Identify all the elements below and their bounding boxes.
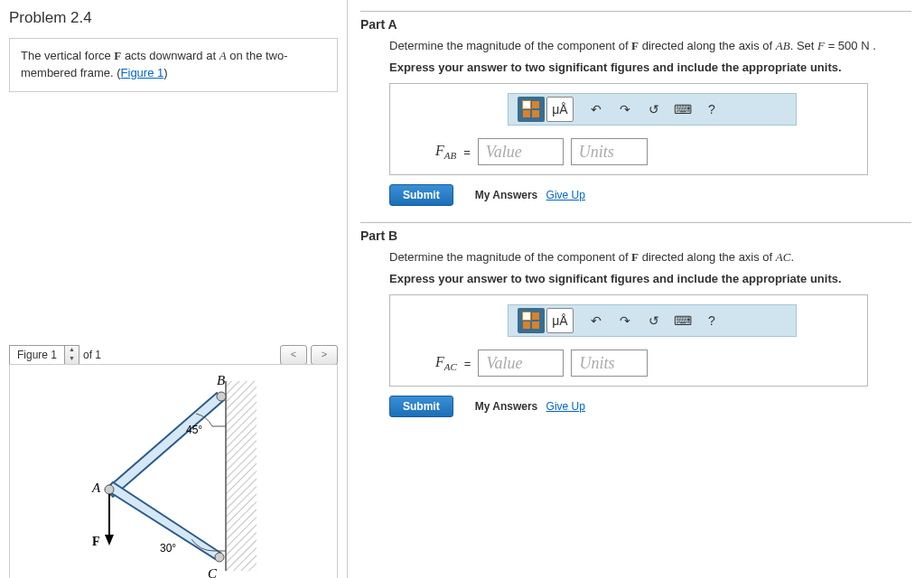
- reset-button[interactable]: ↺: [640, 308, 667, 333]
- f-symbol: F: [631, 39, 639, 52]
- figure-diagram: A B C F 45° 30°: [9, 364, 338, 578]
- spin-up-icon[interactable]: ▲: [65, 346, 79, 355]
- svg-marker-9: [105, 535, 114, 545]
- point-a-symbol: A: [219, 49, 227, 62]
- undo-button[interactable]: ↶: [583, 308, 610, 333]
- help-button[interactable]: ?: [698, 308, 725, 333]
- part-a-title: Part A: [360, 17, 911, 32]
- ab-symbol: AB: [776, 39, 790, 52]
- right-pane: Part A Determine the magnitude of the co…: [348, 0, 924, 578]
- figure-next-button[interactable]: >: [311, 345, 338, 365]
- text: = 500 N .: [825, 39, 876, 52]
- part-b-question: Determine the magnitude of the component…: [389, 250, 911, 265]
- part-a-variable: FAB: [435, 143, 456, 161]
- part-b-units-input[interactable]: Units: [571, 350, 648, 377]
- label-f: F: [92, 535, 100, 548]
- part-b-value-input[interactable]: Value: [478, 350, 564, 377]
- my-answers-text: My Answers: [475, 400, 538, 413]
- svg-point-6: [217, 392, 226, 401]
- figure-count: of 1: [83, 349, 101, 361]
- part-b-submit-row: Submit My Answers Give Up: [389, 396, 911, 417]
- part-a-answer-box: μÅ ↶ ↷ ↺ ⌨ ? FAB = Value Units: [389, 83, 868, 175]
- text: ): [163, 66, 167, 79]
- figure-spinner[interactable]: ▲ ▼: [64, 346, 79, 364]
- part-a-toolbar: μÅ ↶ ↷ ↺ ⌨ ?: [508, 93, 797, 126]
- label-c: C: [208, 566, 218, 578]
- figure-header: Figure 1 ▲ ▼ of 1 < >: [9, 345, 338, 365]
- f-symbol: F: [631, 250, 639, 264]
- help-button[interactable]: ?: [698, 97, 725, 122]
- units-format-button[interactable]: μÅ: [546, 97, 574, 122]
- divider: [360, 11, 911, 12]
- give-up-link[interactable]: Give Up: [546, 189, 585, 201]
- text: The vertical force: [21, 49, 114, 62]
- divider: [360, 222, 911, 223]
- part-b-title: Part B: [360, 228, 911, 243]
- units-format-button[interactable]: μÅ: [546, 308, 574, 333]
- svg-marker-3: [106, 393, 224, 497]
- text: .: [790, 250, 794, 264]
- part-a-units-input[interactable]: Units: [571, 138, 648, 165]
- svg-point-7: [215, 553, 224, 562]
- part-a-value-input[interactable]: Value: [478, 138, 564, 165]
- ac-symbol: AC: [776, 250, 791, 264]
- label-45: 45°: [186, 424, 202, 436]
- label-a: A: [91, 480, 101, 495]
- part-a-body: Determine the magnitude of the component…: [360, 39, 911, 206]
- part-b-variable: FAC: [435, 354, 457, 372]
- text: directed along the axis of: [639, 39, 776, 52]
- part-a-submit-row: Submit My Answers Give Up: [389, 184, 911, 206]
- text: Determine the magnitude of the component…: [389, 250, 631, 264]
- figure-selector[interactable]: Figure 1 ▲ ▼: [9, 345, 79, 365]
- label-b: B: [217, 373, 225, 387]
- give-up-link[interactable]: Give Up: [546, 400, 585, 413]
- template-button[interactable]: [518, 308, 545, 333]
- reset-button[interactable]: ↺: [640, 97, 667, 122]
- part-b-toolbar: μÅ ↶ ↷ ↺ ⌨ ?: [508, 304, 797, 337]
- problem-title: Problem 2.4: [9, 9, 338, 27]
- part-a-instruction: Express your answer to two significant f…: [389, 61, 911, 74]
- redo-button[interactable]: ↷: [611, 97, 639, 122]
- problem-prompt: The vertical force F acts downward at A …: [9, 38, 338, 92]
- my-answers-text: My Answers: [475, 189, 538, 201]
- f-italic: F: [817, 39, 825, 52]
- redo-button[interactable]: ↷: [611, 308, 639, 333]
- figure-link[interactable]: Figure 1: [121, 66, 164, 79]
- keyboard-button[interactable]: ⌨: [669, 97, 696, 122]
- spin-down-icon[interactable]: ▼: [65, 355, 79, 364]
- left-pane: Problem 2.4 The vertical force F acts do…: [0, 0, 348, 578]
- template-button[interactable]: [518, 97, 545, 122]
- figure-prev-button[interactable]: <: [280, 345, 307, 365]
- part-b-submit-button[interactable]: Submit: [389, 396, 453, 417]
- part-b-links: My Answers Give Up: [475, 400, 585, 413]
- part-b-instruction: Express your answer to two significant f…: [389, 272, 911, 285]
- label-30: 30°: [160, 542, 176, 555]
- part-a-question: Determine the magnitude of the component…: [389, 39, 911, 53]
- part-b-answer-row: FAC = Value Units: [435, 350, 858, 377]
- figure-section: Figure 1 ▲ ▼ of 1 < >: [9, 345, 338, 578]
- figure-select-label: Figure 1: [10, 346, 64, 364]
- figure-nav: < >: [280, 345, 338, 365]
- part-a-submit-button[interactable]: Submit: [389, 184, 453, 206]
- text: . Set: [790, 39, 817, 52]
- text: acts downward at: [121, 49, 219, 62]
- part-a-links: My Answers Give Up: [475, 189, 585, 201]
- undo-button[interactable]: ↶: [583, 97, 610, 122]
- text: directed along the axis of: [639, 250, 776, 264]
- keyboard-button[interactable]: ⌨: [669, 308, 696, 333]
- part-b-body: Determine the magnitude of the component…: [360, 250, 911, 417]
- text: Determine the magnitude of the component…: [389, 39, 631, 52]
- equals: =: [463, 145, 471, 159]
- part-b-answer-box: μÅ ↶ ↷ ↺ ⌨ ? FAC = Value Units: [389, 294, 868, 387]
- part-a-answer-row: FAB = Value Units: [435, 138, 858, 165]
- svg-rect-1: [226, 381, 257, 571]
- equals: =: [464, 357, 471, 370]
- svg-point-5: [105, 485, 114, 494]
